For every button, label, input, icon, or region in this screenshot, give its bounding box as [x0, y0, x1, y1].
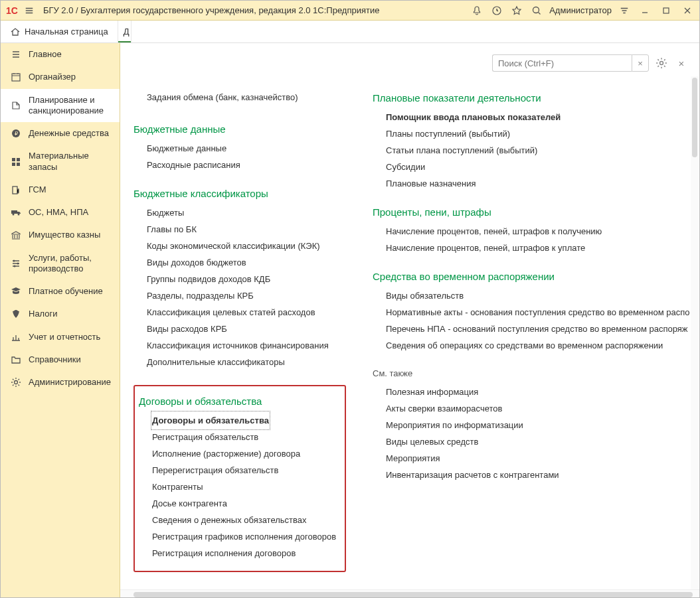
list-item[interactable]: Дополнительные классификаторы: [147, 354, 346, 370]
truck-icon: [10, 207, 22, 218]
link-exchange[interactable]: Задания обмена (банк, казначейство): [147, 92, 298, 102]
sidebar-item-taxes[interactable]: Налоги: [1, 303, 120, 325]
group-header[interactable]: Проценты, пени, штрафы: [373, 206, 691, 218]
search-icon[interactable]: [529, 3, 544, 18]
home-tab-label: Начальная страница: [25, 27, 108, 37]
list-item[interactable]: Субсидии: [386, 159, 691, 175]
list-item[interactable]: Бюджеты: [147, 204, 346, 221]
svg-rect-3: [12, 74, 20, 81]
minimize-button[interactable]: [637, 3, 653, 19]
bell-icon[interactable]: [470, 3, 484, 18]
group-header[interactable]: Плановые показатели деятельности: [373, 92, 691, 104]
svg-rect-2: [663, 8, 669, 13]
svg-text:₽: ₽: [15, 131, 18, 137]
sidebar-item-label: Услуги, работы, производство: [29, 253, 113, 275]
list-item[interactable]: Сведения о денежных обязательствах: [152, 512, 341, 528]
list-icon: [10, 49, 22, 60]
list-item[interactable]: Регистрация исполнения договоров: [152, 545, 341, 561]
list-item-contracts[interactable]: Договоры и обязательства: [152, 412, 269, 429]
list-item[interactable]: Начисление процентов, пеней, штрафов к п…: [386, 223, 691, 240]
list-item[interactable]: Планы поступлений (выбытий): [386, 125, 691, 142]
sliders-icon: [10, 258, 22, 269]
star-icon[interactable]: [509, 3, 524, 18]
column-right: Плановые показатели деятельности Помощни…: [373, 76, 691, 572]
sidebar-item-education[interactable]: Платное обучение: [1, 280, 120, 303]
list-item[interactable]: Исполнение (расторжение) договора: [152, 445, 341, 462]
sidebar-item-materials[interactable]: Материальные запасы: [1, 145, 120, 179]
list-item[interactable]: Классификация источников финансирования: [147, 337, 346, 354]
list-item[interactable]: Плановые назначения: [386, 175, 691, 192]
list-item[interactable]: Виды доходов бюджетов: [147, 254, 346, 271]
svg-rect-7: [17, 158, 20, 161]
scroll-area[interactable]: Задания обмена (банк, казначейство) Бюдж…: [120, 76, 699, 589]
search-input[interactable]: [492, 54, 632, 72]
list-item[interactable]: Регистрация обязательств: [152, 429, 341, 445]
sidebar-item-dictionaries[interactable]: Справочники: [1, 348, 120, 371]
list-item[interactable]: Виды обязательств: [386, 287, 691, 304]
sidebar-item-assets[interactable]: ОС, НМА, НПА: [1, 201, 120, 224]
svg-rect-11: [11, 210, 17, 214]
list-item[interactable]: Инвентаризация расчетов с контрагентами: [386, 467, 691, 483]
gear-icon: [10, 377, 22, 388]
list-item[interactable]: Коды экономической классификации (КЭК): [147, 238, 346, 254]
group-header[interactable]: Бюджетные данные: [133, 123, 346, 135]
vertical-scrollbar[interactable]: [691, 76, 699, 589]
burger-icon[interactable]: [22, 3, 37, 18]
list-item[interactable]: Группы подвидов доходов КДБ: [147, 271, 346, 287]
list-item[interactable]: Контрагенты: [152, 479, 341, 495]
settings-icon[interactable]: [654, 56, 669, 70]
group-header[interactable]: Договоры и обязательства: [135, 396, 341, 407]
list-item[interactable]: Нормативные акты - основания поступления…: [386, 304, 691, 321]
list-item[interactable]: Виды расходов КРБ: [147, 321, 346, 337]
list-item[interactable]: Главы по БК: [147, 221, 346, 238]
current-user[interactable]: Администратор: [549, 5, 612, 15]
sidebar-item-reports[interactable]: Учет и отчетность: [1, 326, 120, 348]
list-item[interactable]: Расходные расписания: [147, 157, 346, 173]
list-item[interactable]: Перечень НПА - оснований поступления сре…: [386, 321, 691, 337]
list-item[interactable]: Классификация целевых статей расходов: [147, 304, 346, 321]
list-item[interactable]: Виды целевых средств: [386, 433, 691, 450]
group-header[interactable]: Бюджетные классификаторы: [133, 188, 346, 199]
list-item[interactable]: Разделы, подразделы КРБ: [147, 287, 346, 304]
maximize-button[interactable]: [658, 3, 674, 19]
planning-icon: [10, 100, 22, 111]
search-clear-button[interactable]: ×: [632, 54, 649, 72]
sidebar-item-planning[interactable]: Планирование и санкционирование: [1, 89, 120, 123]
sidebar-item-admin[interactable]: Администрирование: [1, 371, 120, 394]
sidebar-item-organizer[interactable]: Органайзер: [1, 66, 120, 88]
group-header[interactable]: Средства во временном распоряжении: [373, 271, 691, 282]
close-button[interactable]: [679, 3, 695, 19]
svg-point-17: [15, 381, 18, 384]
sidebar-item-main[interactable]: Главное: [1, 43, 120, 66]
see-also-header: См. также: [373, 368, 691, 378]
ruble-icon: ₽: [10, 128, 22, 139]
list-item[interactable]: Мероприятия: [386, 450, 691, 467]
tab-item[interactable]: Д: [118, 21, 131, 42]
list-item[interactable]: Статьи плана поступлений (выбытий): [386, 142, 691, 159]
panel-settings-icon[interactable]: [617, 3, 632, 18]
app-logo: 1C: [6, 5, 18, 16]
close-panel-button[interactable]: ×: [674, 56, 689, 70]
home-tab[interactable]: Начальная страница: [1, 21, 118, 42]
history-icon[interactable]: [489, 3, 504, 18]
list-item[interactable]: Перерегистрация обязательств: [152, 462, 341, 479]
list-item[interactable]: Сведения об операциях со средствами во в…: [386, 337, 691, 354]
sidebar-item-treasury[interactable]: Имущество казны: [1, 224, 120, 246]
sidebar-item-fuel[interactable]: ГСМ: [1, 179, 120, 201]
list-item[interactable]: Полезная информация: [386, 384, 691, 400]
svg-point-12: [13, 214, 15, 216]
highlight-box: Договоры и обязательства Договоры и обяз…: [133, 385, 346, 572]
svg-point-18: [660, 62, 663, 65]
sidebar-item-money[interactable]: ₽ Денежные средства: [1, 122, 120, 145]
list-item[interactable]: Досье контрагента: [152, 495, 341, 512]
horizontal-scrollbar[interactable]: [120, 589, 699, 598]
sidebar-item-services[interactable]: Услуги, работы, производство: [1, 247, 120, 281]
list-item[interactable]: Начисление процентов, пеней, штрафов к у…: [386, 240, 691, 256]
list-item[interactable]: Бюджетные данные: [147, 140, 346, 157]
list-item[interactable]: Помощник ввода плановых показателей: [386, 109, 691, 125]
sidebar-item-label: Главное: [29, 49, 113, 60]
list-item[interactable]: Акты сверки взаиморасчетов: [386, 400, 691, 417]
sidebar-item-label: Планирование и санкционирование: [29, 95, 113, 117]
list-item[interactable]: Регистрация графиков исполнения договоро…: [152, 528, 341, 545]
list-item[interactable]: Мероприятия по информатизации: [386, 417, 691, 433]
